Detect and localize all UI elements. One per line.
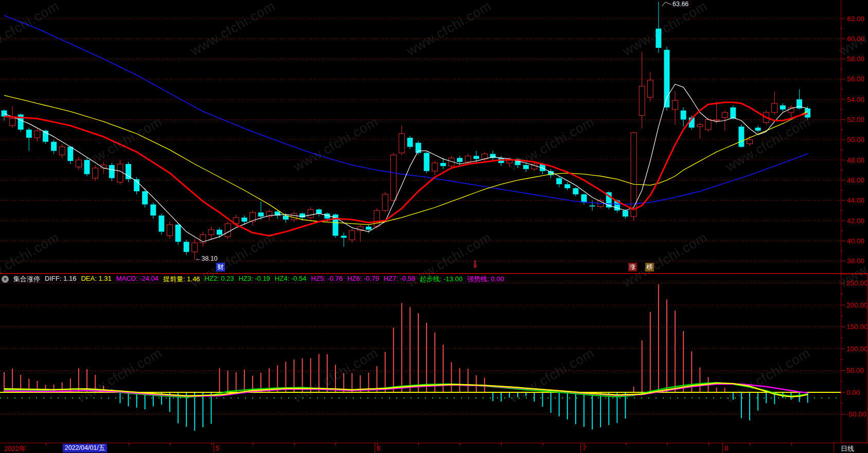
indicator-field: HZ5: -0.76 — [311, 275, 343, 284]
candle[interactable] — [672, 100, 678, 110]
candle[interactable] — [722, 113, 728, 118]
candle[interactable] — [349, 231, 355, 240]
indicator-field: HZ6: -0.79 — [347, 275, 379, 284]
candle[interactable] — [316, 209, 322, 213]
candle[interactable] — [34, 131, 40, 138]
indicator-field: HZ4: -0.54 — [275, 275, 306, 284]
candle[interactable] — [366, 227, 371, 230]
indicator-axis-label: 0.00 — [846, 389, 860, 396]
candle[interactable] — [440, 163, 446, 166]
candle[interactable] — [59, 147, 65, 155]
week-tick — [294, 443, 295, 445]
candle[interactable] — [473, 156, 479, 159]
week-tick — [87, 443, 87, 445]
indicator-values: DIFF: 1.16DEA: 1.31MACD: -24.04提前量: 1.46… — [45, 275, 504, 284]
candle[interactable] — [780, 105, 786, 110]
candle[interactable] — [705, 120, 711, 130]
candle[interactable] — [291, 213, 297, 220]
chart-canvas: 62.0060.0058.0056.0054.0052.0050.0048.00… — [0, 0, 868, 453]
period-label[interactable]: 日线 — [841, 444, 854, 453]
candle[interactable] — [407, 138, 413, 147]
candle[interactable] — [647, 80, 653, 97]
candle[interactable] — [590, 206, 595, 207]
price-axis-label: 44.00 — [847, 196, 864, 204]
candle[interactable] — [308, 209, 313, 218]
candle[interactable] — [730, 107, 736, 119]
candle[interactable] — [167, 225, 173, 236]
week-tick — [791, 443, 792, 445]
candle[interactable] — [150, 205, 156, 216]
candle[interactable] — [623, 210, 628, 216]
candle[interactable] — [217, 230, 222, 235]
candle[interactable] — [465, 156, 471, 162]
candle[interactable] — [299, 213, 305, 218]
selected-date-cell[interactable]: 2022/04/01/五 — [63, 444, 107, 452]
candle[interactable] — [341, 235, 347, 238]
candle[interactable] — [399, 134, 404, 153]
candle[interactable] — [714, 120, 719, 121]
candle[interactable] — [457, 158, 463, 162]
candle[interactable] — [432, 163, 438, 171]
candle[interactable] — [564, 184, 570, 188]
candle[interactable] — [556, 178, 562, 184]
candle[interactable] — [573, 188, 578, 194]
candle[interactable] — [656, 29, 661, 48]
ma-lines-layer — [4, 15, 808, 242]
candle[interactable] — [738, 126, 744, 147]
candle[interactable] — [126, 164, 131, 179]
candle[interactable] — [184, 242, 189, 252]
candle[interactable] — [681, 111, 686, 120]
price-axis-label: 56.00 — [847, 75, 864, 83]
candle[interactable] — [382, 194, 388, 210]
candle[interactable] — [51, 142, 57, 151]
price-axis-label: 58.00 — [847, 55, 864, 63]
candle[interactable] — [639, 86, 645, 116]
candle[interactable] — [241, 218, 247, 222]
high-annotation-hook — [662, 2, 671, 6]
candle[interactable] — [747, 140, 753, 144]
candle[interactable] — [93, 168, 98, 178]
candle[interactable] — [142, 191, 148, 205]
candle[interactable] — [805, 108, 810, 118]
month-label: 8 — [724, 444, 728, 452]
indicator-axis-label: 100.00 — [846, 345, 867, 353]
candle[interactable] — [391, 155, 396, 200]
indicator-axis-label: 150.00 — [846, 323, 867, 331]
price-gridlines — [0, 19, 841, 261]
month-label: 7 — [582, 444, 586, 452]
candle[interactable] — [117, 164, 123, 182]
candle[interactable] — [697, 124, 703, 126]
candle[interactable] — [258, 212, 264, 216]
month-label: 5 — [216, 444, 219, 452]
indicator-field: HZ3: -0.19 — [239, 275, 270, 284]
candle[interactable] — [225, 224, 231, 237]
candle[interactable] — [158, 215, 164, 231]
dollar-marker[interactable]: ▲$ — [471, 260, 479, 268]
price-axis-label: 42.00 — [847, 217, 864, 225]
candle[interactable] — [208, 230, 214, 235]
candle[interactable] — [374, 210, 380, 226]
candle[interactable] — [10, 119, 15, 126]
candle[interactable] — [581, 194, 587, 203]
time-axis: 2022年 2022/04/01/五 5678 日线 — [0, 443, 868, 453]
event-marker[interactable]: 榜 — [645, 263, 654, 271]
hz-green — [4, 383, 808, 397]
candle[interactable] — [109, 165, 115, 178]
candle[interactable] — [76, 160, 81, 167]
week-tick — [750, 443, 750, 445]
candle[interactable] — [523, 165, 529, 169]
candle[interactable] — [26, 130, 32, 138]
event-marker[interactable]: 财 — [216, 263, 225, 271]
indicator-axis-label: -50.00 — [846, 410, 866, 418]
candle[interactable] — [84, 160, 90, 174]
collapse-indicator-icon[interactable]: ▼ — [2, 276, 9, 283]
candle[interactable] — [67, 147, 73, 161]
candle[interactable] — [755, 128, 761, 131]
candle[interactable] — [664, 50, 670, 107]
candle[interactable] — [424, 153, 430, 171]
candle[interactable] — [192, 243, 198, 252]
candle[interactable] — [772, 103, 777, 113]
month-tick — [375, 443, 375, 453]
event-marker[interactable]: 涨 — [628, 263, 637, 271]
candle[interactable] — [175, 225, 181, 242]
